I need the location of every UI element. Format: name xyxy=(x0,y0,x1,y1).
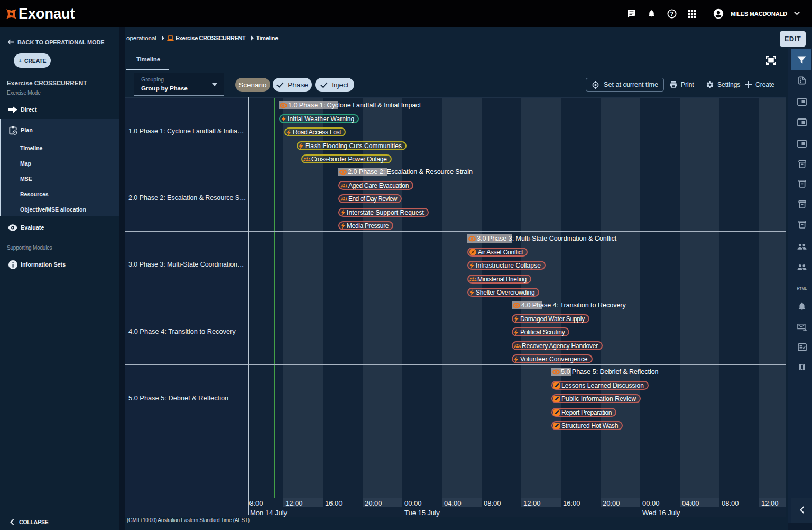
svg-text:?: ? xyxy=(670,10,673,17)
